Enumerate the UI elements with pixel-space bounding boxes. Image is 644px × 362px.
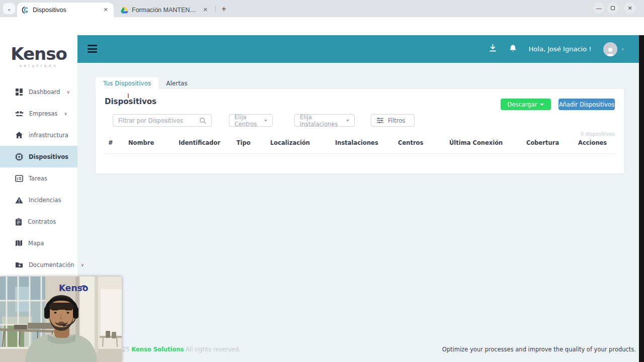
webcam-scene: Kenso (0, 277, 122, 362)
col-nombre: Nombre (128, 139, 154, 146)
tab-title: Dispositivos (33, 7, 98, 14)
window-close-button[interactable]: ✕ (624, 3, 635, 14)
add-devices-label: Añadir Dispositivos (559, 101, 614, 108)
centros-select-label: Elija Centros (234, 114, 261, 128)
sidebar-item-contratos[interactable]: Contratos (0, 211, 77, 232)
webcam-overlay: Kenso (0, 277, 122, 362)
caret-down-icon (264, 120, 267, 122)
window-maximize-button[interactable] (607, 3, 618, 14)
folder-icon (15, 261, 23, 268)
sidebar-item-label: Contratos (28, 218, 56, 225)
footer-copyright: 25 Kenso Solutions All rights reserved. (122, 346, 240, 353)
sidebar-item-dispositivos[interactable]: Dispositivos (0, 146, 77, 167)
table-header-row: # Nombre Identificador Tipo Localización… (96, 139, 624, 149)
footer-tagline: Optimize your processes and improve the … (442, 346, 636, 353)
sidebar-item-empresas[interactable]: Empresas ∨ (0, 103, 77, 124)
browser-tab-inactive[interactable]: Formación MANTENIM - ✕ (117, 3, 213, 17)
page-tabs: Tus Dispositivos Alertas (96, 77, 195, 90)
new-tab-button[interactable]: + (218, 4, 229, 15)
bell-icon (509, 44, 517, 52)
sidebar-item-label: Mapa (28, 240, 44, 247)
sidebar-item-mapa[interactable]: Mapa (0, 232, 77, 254)
instalaciones-select[interactable]: Elija Instalaciones (294, 114, 355, 127)
logo-text: Kenso (0, 45, 77, 62)
col-localizacion: Localización (270, 139, 310, 146)
tab-title: Formación MANTENIM - (132, 7, 198, 14)
table-header-divider (103, 153, 616, 154)
dashboard-grid-icon (15, 88, 23, 96)
browser-tab-active[interactable]: Dispositivos ✕ (17, 3, 114, 17)
tab-close-icon[interactable]: ✕ (102, 6, 110, 14)
device-filter-input[interactable] (113, 114, 212, 127)
sidebar-item-dashboard[interactable]: Dashboard ∨ (0, 81, 77, 103)
search-icon (199, 117, 206, 126)
logo-subtext: solutions (0, 64, 77, 68)
sidebar-item-label: Empresas (29, 110, 57, 117)
tab-alertas[interactable]: Alertas (158, 77, 195, 90)
kenso-favicon (21, 6, 29, 14)
notifications-button[interactable] (509, 44, 517, 54)
download-button-label: Descargar (508, 101, 537, 108)
sidebar-item-tareas[interactable]: Tareas (0, 167, 77, 189)
map-icon (15, 239, 23, 247)
download-header-button[interactable] (489, 44, 497, 54)
sidebar-item-label: Dashboard (29, 88, 60, 96)
tab-search-button[interactable]: ⌄ (3, 3, 15, 14)
copyright-prefix: 25 (122, 346, 131, 353)
col-ultima-conexion: Última Conexión (449, 139, 503, 146)
chevron-down-icon: ∨ (64, 111, 67, 116)
col-num: # (108, 139, 113, 146)
sidebar-item-documentacion[interactable]: Documentación ∨ (0, 254, 77, 276)
chevron-down-icon: ∨ (66, 89, 70, 95)
chevron-down-icon: ∨ (80, 262, 84, 267)
caret-down-icon (346, 120, 349, 122)
text-cursor: I (127, 92, 129, 100)
user-greeting: Hola, José Ignacio ! (529, 45, 592, 53)
add-devices-button[interactable]: Añadir Dispositivos (558, 99, 615, 110)
sidebar-item-label: Documentación (29, 261, 74, 268)
hamburger-menu-icon[interactable] (88, 45, 97, 53)
home-icon (15, 131, 23, 139)
scrollbar[interactable] (639, 35, 644, 362)
sidebar-item-label: Incidencias (29, 197, 61, 204)
col-acciones: Acciones (578, 139, 607, 146)
warning-icon (15, 197, 23, 204)
sidebar-item-label: infrastructura (29, 132, 68, 139)
col-centros: Centros (398, 139, 423, 146)
app-logo[interactable]: Kenso solutions (0, 35, 77, 68)
sidebar-item-label: Tareas (29, 175, 47, 182)
person-icon (605, 46, 616, 56)
col-cobertura: Cobertura (526, 139, 559, 146)
browser-toolbar: pre.portal.mantenim.com/dispositivo.php … (0, 17, 644, 35)
clipboard-icon (15, 218, 22, 226)
app-header: Hola, José Ignacio ! ▾ (77, 35, 639, 63)
tab-close-icon[interactable]: ✕ (201, 6, 209, 14)
main-content: Tus Dispositivos Alertas Dispositivos De… (77, 63, 639, 362)
sidebar-item-incidencias[interactable]: Incidencias (0, 189, 77, 211)
avatar-caret-icon: ▾ (621, 47, 624, 52)
device-count: 0 dispositivos (581, 131, 615, 137)
task-list-icon (15, 175, 23, 182)
sidebar-item-infrastructura[interactable]: infrastructura (0, 124, 77, 146)
copyright-suffix: All rights reserved. (184, 346, 240, 353)
download-icon (489, 44, 497, 52)
filters-button[interactable]: Filtros (371, 114, 415, 127)
browser-tabstrip: ⌄ Dispositivos ✕ Formación MANTENIM - ✕ … (0, 0, 644, 17)
user-avatar[interactable] (603, 42, 617, 56)
tab-tus-dispositivos[interactable]: Tus Dispositivos (96, 77, 158, 90)
devices-card: Dispositivos Descargar Añadir Dispositiv… (96, 89, 624, 173)
caret-down-icon (540, 104, 544, 106)
wall-logo: Kenso (59, 283, 88, 293)
centros-select[interactable]: Elija Centros (229, 114, 273, 127)
col-instalaciones: Instalaciones (335, 139, 378, 146)
google-drive-icon (121, 7, 128, 14)
maximize-icon (611, 6, 615, 10)
page-title: Dispositivos (105, 97, 156, 106)
sliders-icon (376, 117, 384, 124)
people-icon (15, 110, 24, 117)
window-minimize-button[interactable]: — (593, 3, 604, 14)
col-tipo: Tipo (236, 139, 251, 146)
download-button[interactable]: Descargar (501, 99, 551, 110)
instalaciones-select-label: Elija Instalaciones (300, 114, 343, 128)
footer-brand-link[interactable]: Kenso Solutions (131, 346, 184, 353)
